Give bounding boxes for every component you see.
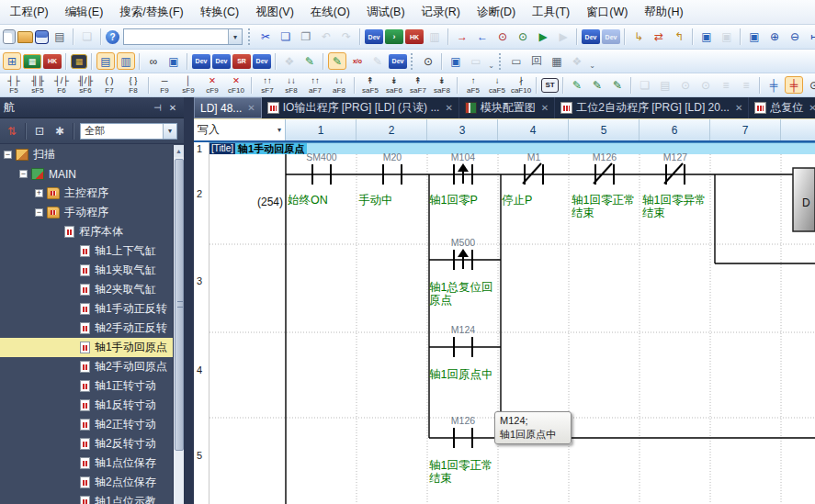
statement-jump-icon[interactable]: ↳ (629, 28, 648, 46)
scrollbar-thumb[interactable] (175, 159, 184, 451)
view-statement-icon[interactable]: ▥ (117, 52, 135, 70)
sampling-trace-icon[interactable]: ⇄ (650, 28, 668, 46)
device-buffer-monitor-icon[interactable]: Dev (602, 29, 620, 44)
edit-contact-icon[interactable]: ✎ (588, 76, 606, 94)
ladder-contact-M20[interactable]: M20 (383, 151, 402, 185)
panel-splitter[interactable] (184, 97, 194, 504)
verify-with-plc-icon[interactable]: HK (405, 29, 424, 44)
document-tab[interactable]: LD] 48... ✕ (194, 97, 262, 118)
menu-item[interactable]: 编辑(E) (57, 1, 112, 24)
ladder-symbol-saF8-button[interactable]: ↡saF8 (430, 74, 454, 95)
undo-icon[interactable]: ↶ (317, 28, 335, 46)
tab-close-icon[interactable]: ✕ (445, 103, 452, 113)
ladder-contact-M127[interactable]: M127 (663, 151, 687, 185)
ladder-contact-M1[interactable]: M1 (523, 151, 543, 185)
statement-back-icon[interactable]: ↰ (670, 28, 688, 46)
wire-edit-icon[interactable]: ╪ (785, 76, 803, 94)
new-project-icon[interactable] (3, 29, 16, 44)
save-project-icon[interactable] (35, 30, 49, 44)
dock-window-icon[interactable]: ▭ (467, 52, 485, 70)
wire-vertical-icon[interactable]: ╪ (764, 76, 783, 94)
ladder-symbol-F5-button[interactable]: ┤├F5 (2, 74, 26, 95)
zoom-out-icon[interactable]: ⊖ (786, 28, 804, 46)
toolbar-handle[interactable] (411, 53, 415, 70)
find-replace-window-icon[interactable]: ▣ (164, 52, 183, 70)
ladder-symbol-sF7-button[interactable]: ↑↑sF7 (255, 74, 279, 95)
find-contact-icon[interactable]: ⊙ (676, 76, 695, 94)
menu-item[interactable]: 诊断(D) (469, 1, 524, 24)
tab-close-icon[interactable]: ✕ (735, 103, 742, 113)
copy-icon[interactable]: ❏ (277, 28, 295, 46)
ladder-contact-M126[interactable]: M126 (451, 415, 475, 448)
ladder-symbol-aF5-button[interactable]: ↑aF5 (461, 74, 485, 95)
ladder-symbol-cF9-button[interactable]: ✕cF9 (200, 74, 224, 95)
menu-item[interactable]: 在线(O) (302, 1, 358, 24)
paste-icon[interactable]: ❐ (297, 28, 315, 46)
monitor-mode-icon[interactable]: ▶ (534, 28, 552, 46)
tree-filter-combo[interactable]: 全部▾ (80, 123, 177, 140)
ladder-symbol-aF8-button[interactable]: ↓↓aF8 (327, 74, 351, 95)
help-icon[interactable]: ? (106, 30, 119, 44)
ladder-symbol-F9-button[interactable]: ─F9 (153, 74, 176, 95)
menu-item[interactable]: 调试(B) (358, 1, 413, 24)
tree-item[interactable]: 轴1点位保存 (0, 454, 173, 473)
tree-item[interactable]: 轴2手动回原点 (0, 357, 173, 376)
tree-item[interactable]: + 主控程序 (0, 184, 173, 203)
read-from-plc-icon[interactable]: › (385, 29, 403, 44)
toolbar-overflow-icon[interactable]: ⌄ (587, 52, 597, 70)
ladder-symbol-saF7-button[interactable]: ↟saF7 (406, 74, 430, 95)
document-tab[interactable]: IO输出程序 [PRG] [LD] (只读) ... ✕ (262, 97, 459, 118)
tree-expander-icon[interactable]: + (35, 189, 43, 197)
io-system-setting-icon[interactable]: x/o (348, 52, 367, 70)
toolbox-grid-icon[interactable]: ▦ (548, 52, 566, 70)
tree-item[interactable]: − 扫描 (0, 145, 173, 164)
document-tab[interactable]: 工位2自动程序 [PRG] [LD] 20... ✕ (555, 97, 749, 118)
ladder-symbol-F6-button[interactable]: ┤/├F6 (50, 74, 74, 95)
ladder-symbol-aF7-button[interactable]: ↑↑aF7 (303, 74, 327, 95)
ladder-symbol-F8-button[interactable]: { }F8 (121, 74, 145, 95)
tree-item[interactable]: 轴1点位示教 (0, 492, 173, 504)
tree-item[interactable]: 轴1上下气缸 (0, 241, 173, 261)
rung-title-row[interactable]: [Title] 轴1手动回原点 (209, 142, 815, 154)
document-tab[interactable]: 总复位 ✕ (749, 97, 815, 118)
tree-expander-icon[interactable]: − (35, 208, 43, 217)
ladder-contact-M126[interactable]: M126 (593, 151, 617, 185)
device-skip-icon[interactable]: Dev (389, 54, 407, 69)
start-monitor-icon[interactable]: → (453, 28, 471, 46)
tree-item[interactable]: 轴2反转寸动 (0, 434, 173, 454)
edit-screen-icon[interactable]: ▣ (745, 28, 764, 46)
toolbar-handle[interactable] (248, 28, 253, 45)
tree-expander-icon[interactable]: − (19, 170, 28, 178)
ladder-symbol-F7-button[interactable]: ( )F7 (97, 74, 121, 95)
tree-item[interactable]: 轴2点位保存 (0, 473, 173, 492)
menu-item[interactable]: 转换(C) (192, 1, 247, 24)
sort-filter-icon[interactable]: ⇅ (3, 122, 21, 140)
view-comment-icon[interactable]: ▤ (96, 52, 115, 70)
find-icon[interactable]: ∞ (144, 52, 163, 70)
tree-expander-icon[interactable]: − (4, 151, 12, 159)
tree-item[interactable]: 轴2手动正反转 (0, 319, 173, 338)
navigation-window-icon[interactable]: ⊞ (3, 52, 21, 70)
tree-item[interactable]: − 手动程序 (0, 203, 173, 222)
tree-item[interactable]: − MAIN (0, 164, 173, 184)
open-project-icon[interactable] (17, 31, 33, 43)
tree-item[interactable]: 轴1夹取气缸 (0, 261, 173, 280)
tree-item[interactable]: 轴2夹取气缸 (0, 280, 173, 299)
monitor-watch-icon[interactable]: ⊙ (493, 28, 512, 46)
device-batch-replace-icon[interactable]: SR (232, 54, 251, 69)
menu-item[interactable]: 视图(V) (247, 1, 302, 24)
menu-item[interactable]: 工程(P) (2, 1, 57, 24)
screen-set-icon[interactable]: ▣ (447, 52, 465, 70)
ladder-symbol-saF5-button[interactable]: ↟saF5 (358, 74, 382, 95)
monitor-write-mode-icon[interactable]: ▶ (554, 28, 572, 46)
menu-item[interactable]: 窗口(W) (578, 1, 636, 24)
chevron-down-icon[interactable]: ▾ (163, 124, 176, 139)
toolbar-handle[interactable] (499, 53, 504, 70)
ladder-contact-M500[interactable]: M500 (451, 237, 475, 270)
device-block-icon[interactable]: Dev (253, 54, 271, 69)
zoom-fit-icon[interactable]: ↦ (806, 28, 815, 46)
tab-close-icon[interactable]: ✕ (541, 103, 549, 113)
tree-item[interactable]: 轴1手动回原点 (0, 338, 173, 357)
ladder-contact-M124[interactable]: M124 (451, 324, 475, 357)
delete-row-icon[interactable]: ≡ (737, 76, 755, 94)
